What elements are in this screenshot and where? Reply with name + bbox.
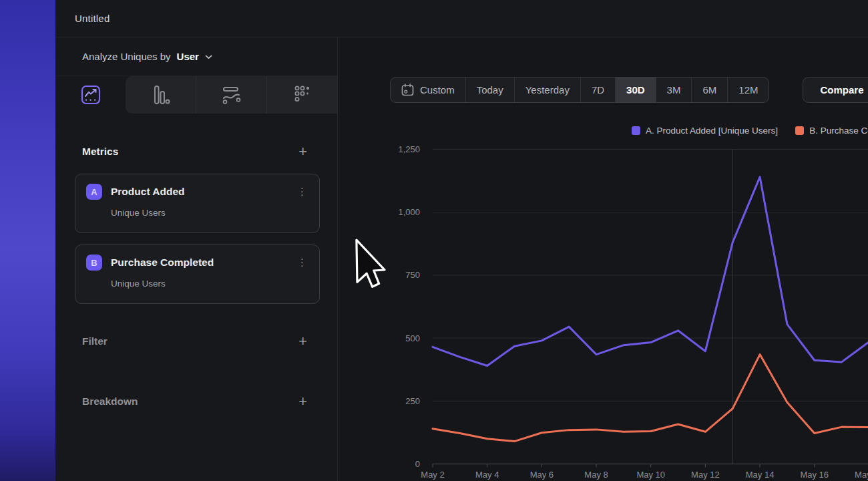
- metric-badge-b: B: [86, 255, 102, 271]
- tab-flows[interactable]: [196, 76, 266, 114]
- chart-panel: Custom Today Yesterday 7D 30D 3M 6M 12M …: [339, 37, 868, 481]
- legend-swatch-b: [795, 126, 804, 135]
- x-axis-tick-label: May 12: [691, 470, 720, 480]
- add-filter-button[interactable]: +: [298, 335, 307, 348]
- filter-label: Filter: [82, 335, 107, 347]
- tab-retention-grid[interactable]: [266, 76, 337, 114]
- x-axis-tick-label: May 8: [584, 470, 608, 480]
- line-chart-svg: 02505007501,0001,250May 2May 4May 6May 8…: [388, 140, 868, 481]
- series-line-a[interactable]: [433, 177, 868, 366]
- metrics-label: Metrics: [82, 146, 118, 158]
- tab-insights-line-chart[interactable]: [55, 76, 126, 114]
- range-30d[interactable]: 30D: [615, 77, 656, 102]
- series-line-b[interactable]: [433, 355, 868, 442]
- x-axis-tick-label: May 16: [800, 470, 829, 480]
- metric-badge-a: A: [86, 184, 102, 200]
- bar-chart-icon: [152, 85, 170, 105]
- metric-subtitle-a[interactable]: Unique Users: [111, 208, 310, 218]
- report-title: Untitled: [75, 13, 110, 24]
- range-6m[interactable]: 6M: [691, 77, 727, 102]
- line-chart: 02505007501,0001,250May 2May 4May 6May 8…: [388, 140, 868, 481]
- tab-bar-chart[interactable]: [126, 76, 196, 114]
- y-axis-tick-label: 500: [405, 333, 420, 343]
- chart-legend: A. Product Added [Unique Users] B. Purch…: [632, 126, 868, 136]
- y-axis-tick-label: 250: [405, 396, 420, 406]
- metrics-header: Metrics +: [82, 143, 307, 160]
- breakdown-header: Breakdown +: [82, 393, 307, 410]
- y-axis-tick-label: 750: [405, 270, 420, 280]
- top-bar: Untitled: [55, 0, 868, 37]
- kebab-menu-icon[interactable]: ⋮: [294, 187, 310, 196]
- kebab-menu-icon[interactable]: ⋮: [294, 258, 310, 267]
- y-axis-tick-label: 1,250: [398, 144, 420, 154]
- metric-title-a: Product Added: [111, 186, 294, 198]
- metric-card-b-row: B Purchase Completed ⋮: [86, 255, 310, 271]
- legend-label-b: B. Purchase Completed [Unique Users]: [809, 126, 868, 136]
- calendar-icon: [401, 84, 414, 96]
- y-axis-tick-label: 0: [415, 459, 420, 469]
- date-range-selector: Custom Today Yesterday 7D 30D 3M 6M 12M: [390, 77, 769, 103]
- metric-card-b[interactable]: B Purchase Completed ⋮ Unique Users: [75, 245, 320, 304]
- add-breakdown-button[interactable]: +: [298, 395, 307, 408]
- x-axis-tick-label: May 10: [636, 470, 665, 480]
- flows-icon: [220, 85, 243, 105]
- x-axis-tick-label: May 4: [475, 470, 499, 480]
- x-axis-tick-label: May 14: [746, 470, 775, 480]
- legend-item-b[interactable]: B. Purchase Completed [Unique Users]: [795, 126, 868, 136]
- range-custom[interactable]: Custom: [391, 77, 465, 102]
- legend-label-a: A. Product Added [Unique Users]: [646, 126, 778, 136]
- retention-grid-icon: [292, 85, 312, 105]
- metric-card-a[interactable]: A Product Added ⋮ Unique Users: [75, 174, 320, 233]
- metric-title-b: Purchase Completed: [111, 257, 294, 269]
- x-axis-tick-label: May 6: [530, 470, 554, 480]
- x-axis-tick-label: May 18: [855, 470, 868, 480]
- range-today[interactable]: Today: [465, 77, 514, 102]
- analyze-by-row: Analyze Uniques by User: [55, 37, 337, 75]
- range-yesterday[interactable]: Yesterday: [514, 77, 580, 102]
- accent-strip: [0, 0, 55, 481]
- legend-swatch-a: [632, 126, 640, 135]
- legend-item-a[interactable]: A. Product Added [Unique Users]: [632, 126, 778, 136]
- chevron-down-icon[interactable]: [205, 55, 212, 59]
- line-chart-icon: [79, 84, 102, 106]
- range-7d[interactable]: 7D: [580, 77, 615, 102]
- range-3m[interactable]: 3M: [656, 77, 692, 102]
- chart-type-tabs: [55, 75, 337, 114]
- analyze-by-label: Analyze Uniques by: [82, 51, 171, 62]
- breakdown-label: Breakdown: [82, 395, 138, 408]
- filter-header: Filter +: [82, 333, 307, 350]
- metric-card-a-row: A Product Added ⋮: [86, 184, 310, 200]
- range-12m[interactable]: 12M: [727, 77, 769, 102]
- unselected-tabs-panel: [126, 76, 337, 114]
- analyze-by-dropdown[interactable]: User: [177, 51, 199, 62]
- query-sidebar: Analyze Uniques by User: [55, 37, 338, 481]
- x-axis-tick-label: May 2: [421, 470, 444, 480]
- metric-subtitle-b[interactable]: Unique Users: [111, 279, 310, 289]
- compare-button[interactable]: Compare: [803, 77, 868, 103]
- y-axis-tick-label: 1,000: [398, 207, 420, 217]
- add-metric-button[interactable]: +: [298, 145, 307, 158]
